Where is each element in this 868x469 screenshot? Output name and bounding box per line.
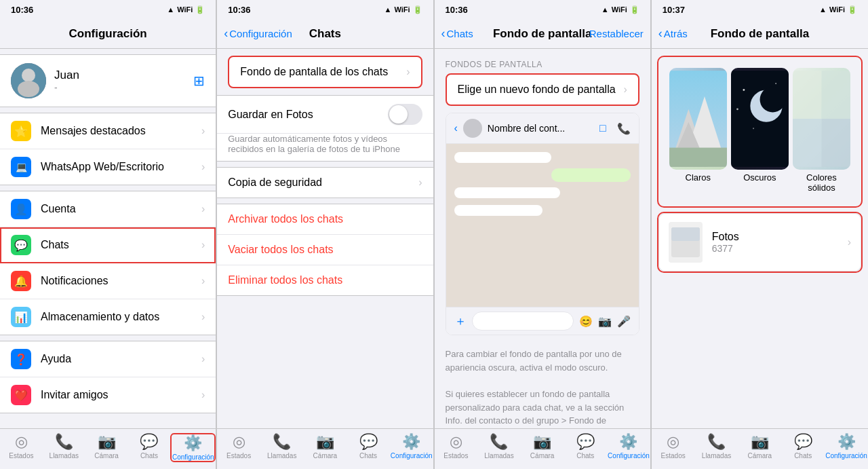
tab3-estados[interactable]: ◎ Estados — [435, 433, 478, 459]
fondo-section: Fondo de pantalla de los chats › — [217, 56, 433, 88]
back-button-2[interactable]: ‹ Configuración — [224, 26, 292, 41]
guardar-item[interactable]: Guardar en Fotos — [217, 96, 433, 134]
profile-section[interactable]: Juan - ⊞ — [0, 54, 216, 107]
time-4: 10:37 — [663, 5, 685, 15]
tab3-label-chats: Chats — [576, 452, 594, 459]
tab-llamadas[interactable]: 📞 Llamadas — [43, 433, 85, 459]
tab4-estados[interactable]: ◎ Estados — [652, 433, 695, 459]
tab4-camara[interactable]: 📷 Cámara — [738, 433, 781, 459]
tab3-label-camara: Cámara — [530, 452, 555, 459]
tab3-config[interactable]: ⚙️ Configuración — [607, 433, 650, 459]
back-button-3[interactable]: ‹ Chats — [441, 26, 473, 41]
menu-item-notificaciones[interactable]: 🔔 Notificaciones › — [0, 263, 216, 299]
tab3-camara[interactable]: 📷 Cámara — [521, 433, 564, 459]
guardar-toggle[interactable] — [388, 104, 422, 125]
tab2-estados[interactable]: ◎ Estados — [217, 433, 260, 459]
status-bar-2: 10:36 ▲ WiFi 🔋 — [217, 0, 433, 19]
tab4-label-chats: Chats — [794, 452, 812, 459]
photos-title: Fotos — [712, 231, 848, 243]
new-wallpaper-item[interactable]: Elige un nuevo fondo de pantalla › — [447, 75, 638, 105]
menu-item-almacenamiento[interactable]: 📊 Almacenamiento y datos › — [0, 299, 216, 335]
tab4-config[interactable]: ⚙️ Configuración — [825, 433, 868, 459]
status-icons-4: ▲ WiFi 🔋 — [819, 5, 857, 14]
emoji-icon: 😊 — [579, 315, 593, 328]
call-icon: 📞 — [617, 122, 631, 135]
tab3-label-llamadas: Llamadas — [484, 452, 513, 459]
tab-camara[interactable]: 📷 Cámara — [85, 433, 128, 459]
menu-item-invitar[interactable]: ❤️ Invitar amigos › — [0, 377, 216, 413]
menu-label-destacados: Mensajes destacados — [41, 125, 201, 137]
vaciar-label: Vaciar todos los chats — [228, 244, 333, 255]
tab2-label-camara: Cámara — [313, 452, 338, 459]
tab3-chats[interactable]: 💬 Chats — [564, 433, 607, 459]
thumb-oscuros[interactable] — [731, 68, 789, 170]
wifi-icon: WiFi — [177, 5, 193, 14]
copia-item[interactable]: Copia de seguridad › — [217, 168, 433, 198]
vaciar-link[interactable]: Vaciar todos los chats — [217, 235, 433, 265]
fondo-item[interactable]: Fondo de pantalla de los chats › — [229, 57, 420, 87]
menu-item-ayuda[interactable]: ❓ Ayuda › — [0, 341, 216, 377]
back-label-3: Chats — [447, 28, 473, 39]
chevron-back-2: ‹ — [224, 26, 228, 41]
nav-bar-3: ‹ Chats Fondo de pantalla Restablecer — [435, 19, 650, 49]
input-area[interactable] — [472, 312, 574, 331]
llamadas-icon-3: 📞 — [490, 433, 508, 451]
contact-name: Nombre del cont... — [488, 123, 565, 134]
eliminar-link[interactable]: Eliminar todos los chats — [217, 265, 433, 295]
menu-section-3: ❓ Ayuda › ❤️ Invitar amigos › — [0, 341, 216, 413]
tab-label-config: Configuración — [172, 453, 214, 461]
thumb-claros[interactable] — [669, 68, 727, 170]
screen3-content: FONDOS DE PANTALLA Elige un nuevo fondo … — [435, 49, 650, 428]
chats-tab-icon-3: 💬 — [576, 433, 595, 451]
llamadas-icon-2: 📞 — [273, 433, 291, 451]
time-2: 10:36 — [228, 5, 250, 15]
photos-row[interactable]: Fotos 6377 › — [658, 213, 861, 271]
notif-icon: 🔔 — [11, 271, 31, 291]
menu-item-cuenta[interactable]: 👤 Cuenta › — [0, 191, 216, 227]
wallpaper-option-claros[interactable]: Claros — [669, 68, 727, 195]
tab2-llamadas[interactable]: 📞 Llamadas — [260, 433, 304, 459]
guardar-section: Guardar en Fotos Guardar automáticamente… — [217, 95, 433, 162]
thumb-solidos[interactable] — [793, 68, 850, 170]
estados-icon-3: ◎ — [450, 433, 462, 451]
profile-name: Juan — [54, 69, 185, 82]
back-button-4[interactable]: ‹ Atrás — [658, 26, 688, 41]
fondo-chevron: › — [406, 66, 410, 78]
svg-point-1 — [22, 69, 35, 82]
wallpaper-option-solidos[interactable]: Colores sólidos — [793, 68, 850, 195]
time-1: 10:36 — [11, 5, 33, 15]
wifi-icon-4: WiFi — [829, 5, 845, 14]
tab-estados[interactable]: ◎ Estados — [0, 433, 43, 459]
restablecer-button[interactable]: Restablecer — [589, 28, 644, 39]
menu-section-2: 👤 Cuenta › 💬 Chats › 🔔 Notificaciones › … — [0, 191, 216, 335]
menu-item-web[interactable]: 💻 WhatsApp Web/Escritorio › — [0, 149, 216, 185]
tab3-llamadas[interactable]: 📞 Llamadas — [477, 433, 521, 459]
archivar-link[interactable]: Archivar todos los chats — [217, 204, 433, 235]
camara-icon-2: 📷 — [316, 433, 334, 451]
tab-chats[interactable]: 💬 Chats — [128, 433, 171, 459]
menu-item-chats[interactable]: 💬 Chats › — [0, 227, 216, 263]
menu-label-almacenamiento: Almacenamiento y datos — [41, 311, 201, 323]
status-icons-3: ▲ WiFi 🔋 — [601, 5, 639, 14]
screen1-title: Configuración — [69, 27, 147, 41]
svg-point-12 — [775, 83, 776, 84]
nav-bar-4: ‹ Atrás Fondo de pantalla — [652, 19, 868, 49]
status-bar-1: 10:36 ▲ WiFi 🔋 — [0, 0, 216, 19]
tab4-llamadas[interactable]: 📞 Llamadas — [695, 433, 738, 459]
tab-config[interactable]: ⚙️ Configuración — [170, 433, 216, 462]
menu-item-destacados[interactable]: ⭐ Mensajes destacados › — [0, 113, 216, 149]
add-icon: ＋ — [454, 313, 467, 329]
menu-label-notificaciones: Notificaciones — [41, 275, 201, 287]
tab4-chats[interactable]: 💬 Chats — [781, 433, 825, 459]
tab2-chats[interactable]: 💬 Chats — [347, 433, 390, 459]
tab-bar-3: ◎ Estados 📞 Llamadas 📷 Cámara 💬 Chats ⚙️… — [435, 428, 650, 469]
svg-point-10 — [760, 87, 785, 113]
bubble-received-1 — [454, 152, 551, 163]
tab2-config[interactable]: ⚙️ Configuración — [390, 433, 433, 459]
wallpaper-option-oscuros[interactable]: Oscuros — [731, 68, 789, 195]
qr-icon[interactable]: ⊞ — [193, 73, 205, 89]
chevron-icon: › — [201, 161, 205, 173]
tab2-camara[interactable]: 📷 Cámara — [304, 433, 347, 459]
svg-point-2 — [18, 81, 39, 97]
wifi-icon-2: WiFi — [394, 5, 410, 14]
